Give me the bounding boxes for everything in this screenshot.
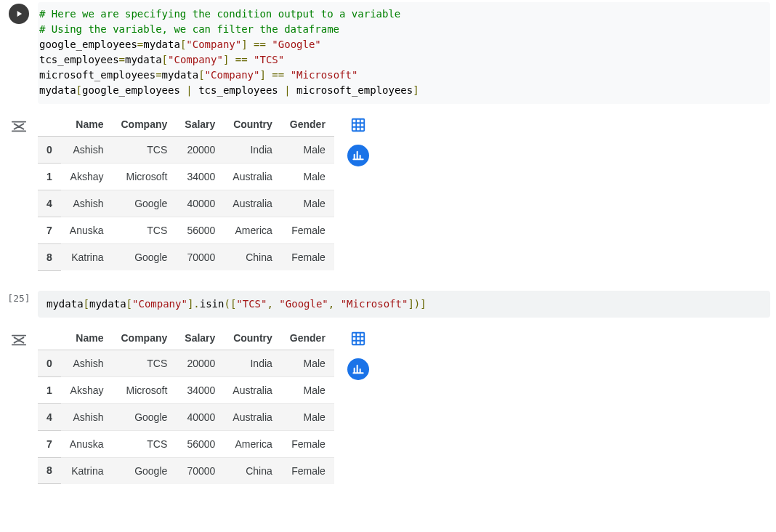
code-token: , — [267, 298, 272, 310]
code-token — [334, 298, 340, 310]
run-cell-button[interactable] — [9, 4, 29, 24]
output-actions — [347, 114, 369, 166]
code-token: "Google" — [272, 39, 320, 50]
code-token: == — [272, 69, 284, 81]
code-token: tcs_employees — [198, 84, 278, 96]
table-cell: Katrina — [61, 457, 113, 484]
code-token — [284, 69, 290, 81]
table-row: 1AkshayMicrosoft34000AustraliaMale — [38, 376, 334, 403]
code-token: , — [328, 298, 334, 310]
table-row: 0AshishTCS20000IndiaMale — [38, 137, 334, 164]
output-gutter — [0, 113, 38, 271]
table-cell: Anuska — [61, 217, 113, 244]
variable-inspector-icon[interactable] — [11, 120, 27, 135]
column-header: Country — [224, 326, 280, 350]
table-cell: 40000 — [176, 403, 224, 430]
table-cell: America — [224, 217, 280, 244]
svg-rect-0 — [352, 119, 365, 132]
code-token: ] — [413, 84, 419, 96]
code-token — [278, 84, 284, 96]
table-cell: China — [224, 457, 280, 484]
table-cell: Ashish — [61, 350, 113, 376]
table-cell: Microsoft — [113, 376, 177, 403]
open-in-table-icon[interactable] — [347, 114, 369, 136]
table-cell: Anuska — [61, 430, 113, 457]
table-cell: America — [224, 430, 280, 457]
row-index: 1 — [38, 164, 61, 190]
table-cell: 20000 — [176, 137, 224, 164]
execution-count: [25] — [7, 293, 30, 304]
table-cell: Google — [113, 457, 177, 484]
code-token: ])] — [408, 298, 426, 310]
code-token — [229, 54, 235, 65]
code-token: "Company" — [205, 69, 260, 81]
table-cell: 56000 — [176, 217, 224, 244]
code-token: [ — [126, 298, 132, 310]
table-cell: 20000 — [176, 350, 224, 376]
table-cell: Australia — [224, 403, 280, 430]
table-row: 8KatrinaGoogle70000ChinaFemale — [38, 244, 334, 271]
svg-rect-1 — [352, 332, 365, 344]
open-in-table-icon[interactable] — [347, 328, 369, 350]
table-cell: 70000 — [176, 244, 224, 271]
code-token: "TCS" — [254, 54, 284, 65]
code-token: [ — [84, 298, 89, 310]
row-index: 0 — [38, 137, 61, 164]
row-index: 8 — [38, 244, 61, 271]
table-cell: Ashish — [61, 190, 113, 217]
code-token: = — [119, 54, 125, 65]
table-cell: Male — [281, 350, 334, 376]
table-cell: Microsoft — [113, 164, 177, 190]
column-header: Country — [224, 113, 280, 137]
table-cell: Male — [281, 137, 334, 164]
code-token: "Microsoft" — [341, 298, 408, 310]
column-header: Salary — [176, 326, 224, 350]
cell-separator — [0, 278, 776, 289]
code-token: | — [186, 84, 192, 96]
table-cell: TCS — [113, 137, 177, 164]
code-token: "Microsoft" — [291, 69, 358, 81]
code-token: isin — [200, 298, 225, 310]
table-row: 1AkshayMicrosoft34000AustraliaMale — [38, 164, 334, 190]
table-cell: Australia — [224, 376, 280, 403]
row-index: 7 — [38, 217, 61, 244]
table-cell: 56000 — [176, 430, 224, 457]
code-token: ] — [259, 69, 265, 81]
table-cell: 34000 — [176, 164, 224, 190]
table-cell: Australia — [224, 164, 280, 190]
code-token: = — [155, 69, 161, 81]
table-cell: TCS — [113, 217, 177, 244]
code-editor[interactable]: mydata[mydata["Company"].isin(["TCS", "G… — [38, 291, 770, 318]
suggest-charts-icon[interactable] — [347, 145, 369, 166]
table-cell: Google — [113, 244, 177, 271]
code-token: # Using the variable, we can filter the … — [39, 23, 339, 35]
cell-content: # Here we are specifying the condition o… — [38, 1, 776, 108]
code-token: microsoft_employees — [296, 84, 413, 96]
code-token: [ — [76, 84, 82, 96]
variable-inspector-icon[interactable] — [11, 334, 27, 349]
column-header: Name — [61, 113, 113, 137]
code-token: ] — [241, 39, 247, 50]
suggest-charts-icon[interactable] — [347, 358, 369, 380]
code-token: == — [235, 54, 248, 65]
table-row: 7AnuskaTCS56000AmericaFemale — [38, 430, 334, 457]
table-cell: 70000 — [176, 457, 224, 484]
table-cell: Ashish — [61, 137, 113, 164]
column-header: Company — [113, 113, 177, 137]
code-token — [193, 84, 198, 96]
code-token — [248, 54, 254, 65]
cell-gutter — [0, 1, 38, 108]
row-index: 4 — [38, 190, 61, 217]
table-cell: Female — [281, 217, 334, 244]
notebook-cell: [25] mydata[mydata["Company"].isin(["TCS… — [0, 289, 776, 322]
table-cell: Akshay — [61, 376, 113, 403]
table-cell: TCS — [113, 350, 177, 376]
row-index: 1 — [38, 376, 61, 403]
table-cell: China — [224, 244, 280, 271]
index-header — [38, 326, 61, 350]
table-cell: Google — [113, 190, 177, 217]
dataframe-table: NameCompanySalaryCountryGender0AshishTCS… — [38, 113, 334, 271]
code-editor[interactable]: # Here we are specifying the condition o… — [38, 2, 770, 104]
table-row: 7AnuskaTCS56000AmericaFemale — [38, 217, 334, 244]
cell-content: mydata[mydata["Company"].isin(["TCS", "G… — [38, 289, 776, 322]
